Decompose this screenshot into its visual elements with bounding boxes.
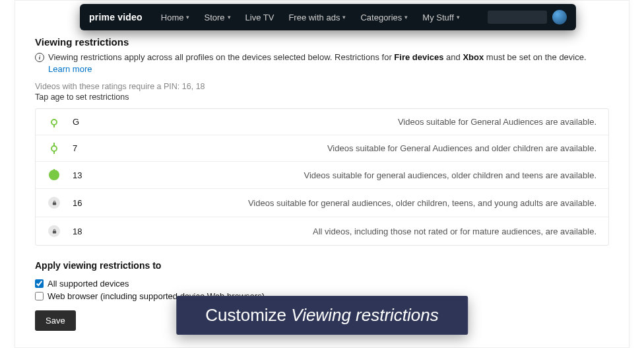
- rating-label: 13: [73, 170, 112, 180]
- nav-item-store[interactable]: Store▾: [204, 13, 230, 22]
- info-text: Viewing restrictions apply across all pr…: [48, 52, 609, 75]
- nav-item-home[interactable]: Home▾: [161, 13, 190, 22]
- rating-row-18[interactable]: 18All videos, including those not rated …: [36, 217, 608, 245]
- nav-item-categories[interactable]: Categories▾: [360, 13, 408, 22]
- redacted-text: [488, 11, 547, 24]
- rating-row-G[interactable]: GVideos suitable for General Audiences a…: [36, 109, 608, 135]
- device-option[interactable]: All supported devices: [35, 279, 609, 289]
- rating-node-col: [36, 170, 73, 180]
- content-area: Viewing restrictions i Viewing restricti…: [15, 1, 629, 331]
- open-node-icon: [51, 145, 57, 152]
- chevron-down-icon: ▾: [404, 14, 408, 20]
- nav-label: Store: [204, 13, 224, 22]
- apply-heading: Apply viewing restrictions to: [35, 260, 609, 271]
- chevron-down-icon: ▾: [186, 14, 189, 20]
- nav-item-live-tv[interactable]: Live TV: [245, 13, 274, 22]
- open-node-icon: [51, 119, 57, 125]
- rating-label: 18: [73, 226, 112, 236]
- lock-icon: [48, 225, 60, 237]
- rating-node-col: [36, 197, 73, 209]
- nav-label: Live TV: [245, 13, 274, 22]
- rating-description: Videos suitable for General Audiences ar…: [112, 117, 596, 127]
- device-checkbox[interactable]: [35, 279, 44, 288]
- rating-description: Videos suitable for general audiences, o…: [112, 198, 596, 208]
- rating-node-col: [36, 225, 73, 237]
- info-row: i Viewing restrictions apply across all …: [35, 52, 609, 75]
- nav-item-my-stuff[interactable]: My Stuff▾: [422, 13, 459, 22]
- top-navbar: prime video Home▾Store▾Live TVFree with …: [80, 4, 576, 30]
- nav-label: Free with ads: [288, 13, 340, 22]
- save-button[interactable]: Save: [35, 310, 76, 331]
- rating-label: 7: [73, 143, 112, 153]
- chevron-down-icon: ▾: [457, 14, 460, 20]
- rating-node-col: [36, 117, 73, 127]
- rating-description: Videos suitable for General Audiences an…: [112, 143, 596, 153]
- caption-banner: Customize Viewing restrictions: [176, 296, 468, 335]
- nav-label: My Stuff: [422, 13, 453, 22]
- chevron-down-icon: ▾: [342, 14, 346, 20]
- brand-logo[interactable]: prime video: [89, 12, 143, 22]
- rating-row-7[interactable]: 7Videos suitable for General Audiences a…: [36, 135, 608, 161]
- rating-label: 16: [73, 198, 112, 208]
- rating-row-13[interactable]: 13Videos suitable for general audiences,…: [36, 161, 608, 188]
- rating-row-16[interactable]: 16Videos suitable for general audiences,…: [36, 188, 608, 217]
- selected-node-icon: [49, 170, 59, 180]
- learn-more-link[interactable]: Learn more: [48, 64, 92, 74]
- pin-requirement-text: Videos with these ratings require a PIN:…: [35, 82, 609, 91]
- device-checkbox[interactable]: [35, 292, 44, 300]
- lock-icon: [48, 197, 60, 209]
- rating-description: All videos, including those not rated or…: [112, 226, 596, 236]
- chevron-down-icon: ▾: [228, 14, 231, 20]
- device-label: All supported devices: [48, 279, 129, 289]
- nav-label: Categories: [360, 13, 402, 22]
- restrictions-heading: Viewing restrictions: [35, 36, 609, 48]
- nav-label: Home: [161, 13, 184, 22]
- rating-label: G: [73, 117, 112, 127]
- ratings-table: GVideos suitable for General Audiences a…: [35, 108, 609, 246]
- rating-node-col: [36, 143, 73, 153]
- avatar[interactable]: [552, 10, 567, 24]
- nav-item-free-with-ads[interactable]: Free with ads▾: [288, 13, 346, 22]
- rating-description: Videos suitable for general audiences, o…: [112, 170, 596, 180]
- tap-instruction-text: Tap age to set restrictions: [35, 92, 609, 102]
- info-icon: i: [35, 53, 44, 62]
